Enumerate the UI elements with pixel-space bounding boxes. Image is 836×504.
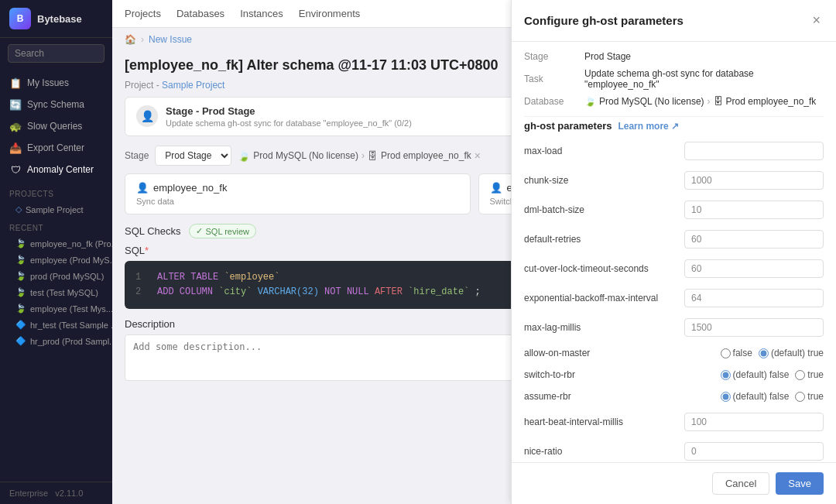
db-label: Prod MySQL (No license) bbox=[253, 150, 358, 161]
task-meta-value: Update schema gh-ost sync for database "… bbox=[584, 68, 824, 90]
param-row-heart-beat-interval-millis: heart-beat-interval-millis bbox=[524, 410, 824, 434]
sidebar-item-label: Export Center bbox=[27, 142, 84, 153]
sidebar-item-my-issues[interactable]: 📋 My Issues bbox=[0, 72, 112, 94]
meta-database-row: Database 🍃 Prod MySQL (No license) › 🗄 P… bbox=[524, 96, 824, 107]
radio-option-switch-to-rbr-1[interactable]: true bbox=[795, 369, 824, 380]
params-container: max-loadchunk-sizedml-batch-sizedefault-… bbox=[524, 139, 824, 462]
param-radios-assume-rbr: (default) false true bbox=[721, 391, 824, 402]
panel-meta: Stage Prod Stage Task Update schema gh-o… bbox=[524, 51, 824, 107]
sidebar-item-anomaly-center[interactable]: 🛡 Anomaly Center bbox=[0, 159, 112, 180]
sidebar-footer: Enterprise v2.11.0 bbox=[0, 482, 112, 504]
db-icon: 🔷 bbox=[15, 320, 26, 330]
db-badge: 🍃 Prod MySQL (No license) › 🗄 Prod emplo… bbox=[238, 149, 481, 162]
nav-databases[interactable]: Databases bbox=[176, 6, 224, 21]
param-name-allow-on-master: allow-on-master bbox=[524, 348, 590, 358]
nav-environments[interactable]: Environments bbox=[299, 6, 360, 21]
task-meta-label: Task bbox=[524, 74, 578, 84]
stage-meta-label: Stage bbox=[524, 51, 578, 62]
radio-option-assume-rbr-0[interactable]: (default) false bbox=[721, 391, 790, 402]
param-row-dml-batch-size: dml-batch-size bbox=[524, 198, 824, 221]
meta-db-name: Prod MySQL (No license) bbox=[599, 96, 704, 107]
sidebar-item-export-center[interactable]: 📥 Export Center bbox=[0, 137, 112, 159]
param-input-nice-ratio[interactable] bbox=[684, 442, 824, 461]
recent-item-0[interactable]: 🍃 employee_no_fk (Pro... bbox=[0, 235, 112, 252]
sql-badge-text: SQL review bbox=[206, 227, 249, 236]
meta-db-icon: 🍃 bbox=[584, 96, 596, 107]
stage-avatar: 👤 bbox=[136, 105, 158, 127]
sidebar-item-slow-queries[interactable]: 🐢 Slow Queries bbox=[0, 115, 112, 137]
recent-item-2[interactable]: 🍃 prod (Prod MySQL) bbox=[0, 268, 112, 284]
project-name-link[interactable]: Sample Project bbox=[162, 80, 224, 91]
param-name-switch-to-rbr: switch-to-rbr bbox=[524, 369, 575, 380]
param-name-exponential-backoff-max-interval: exponential-backoff-max-interval bbox=[524, 293, 658, 303]
sql-review-badge: ✓ SQL review bbox=[189, 224, 256, 238]
learn-more-link[interactable]: Learn more ↗ bbox=[618, 121, 679, 132]
param-input-chunk-size[interactable] bbox=[684, 171, 824, 190]
breadcrumb-current[interactable]: New Issue bbox=[149, 34, 192, 45]
recent-item-label: prod (Prod MySQL) bbox=[30, 272, 104, 281]
app-logo: B bbox=[9, 8, 31, 29]
param-name-assume-rbr: assume-rbr bbox=[524, 391, 571, 402]
db-icon: 🔷 bbox=[15, 336, 26, 346]
recent-item-6[interactable]: 🔷 hr_prod (Prod Sampl... bbox=[0, 333, 112, 349]
stage-select[interactable]: Prod Stage bbox=[155, 146, 231, 166]
panel-close-button[interactable]: × bbox=[809, 11, 824, 30]
db-icon: 🍃 bbox=[15, 255, 26, 265]
panel-header: Configure gh-ost parameters × bbox=[512, 0, 836, 42]
sync-card-1-sub: Sync data bbox=[136, 197, 459, 206]
param-input-exponential-backoff-max-interval[interactable] bbox=[684, 289, 824, 307]
params-title-text: gh-ost parameters bbox=[524, 120, 612, 132]
my-issues-icon: 📋 bbox=[9, 77, 22, 89]
recent-item-3[interactable]: 🍃 test (Test MySQL) bbox=[0, 284, 112, 300]
param-row-cut-over-lock-timeout-seconds: cut-over-lock-timeout-seconds bbox=[524, 257, 824, 280]
sidebar-project-sample[interactable]: ◇ Sample Project bbox=[0, 201, 112, 218]
param-name-max-load: max-load bbox=[524, 146, 562, 156]
radio-option-allow-on-master-0[interactable]: false bbox=[721, 348, 752, 358]
param-row-switch-to-rbr: switch-to-rbr (default) false true bbox=[524, 367, 824, 382]
nav-instances[interactable]: Instances bbox=[240, 6, 283, 21]
meta-task-row: Task Update schema gh-ost sync for datab… bbox=[524, 68, 824, 90]
search-container bbox=[0, 38, 112, 69]
radio-option-allow-on-master-1[interactable]: (default) true bbox=[759, 348, 824, 358]
cancel-button[interactable]: Cancel bbox=[712, 472, 769, 495]
user-icon-1: 👤 bbox=[136, 182, 149, 194]
app-brand: Bytebase bbox=[37, 13, 82, 25]
db-icon: 🍃 bbox=[15, 287, 26, 297]
meta-db-name2: Prod employee_no_fk bbox=[726, 96, 817, 107]
param-input-max-lag-millis[interactable] bbox=[684, 318, 824, 337]
recent-item-label: test (Test MySQL) bbox=[30, 288, 98, 297]
recent-item-label: employee (Test Mys... bbox=[30, 304, 112, 314]
home-icon[interactable]: 🏠 bbox=[125, 34, 136, 45]
param-input-default-retries[interactable] bbox=[684, 230, 824, 249]
radio-option-assume-rbr-1[interactable]: true bbox=[795, 391, 824, 402]
checkmark-icon: ✓ bbox=[196, 226, 203, 236]
recent-item-5[interactable]: 🔷 hr_test (Test Sample ... bbox=[0, 317, 112, 333]
recent-item-4[interactable]: 🍃 employee (Test Mys... bbox=[0, 300, 112, 317]
recent-item-1[interactable]: 🍃 employee (Prod MyS... bbox=[0, 252, 112, 268]
database-meta-label: Database bbox=[524, 96, 578, 107]
db-icon: 🍃 bbox=[15, 303, 26, 314]
stage-meta-value: Prod Stage bbox=[584, 51, 631, 62]
param-row-default-retries: default-retries bbox=[524, 228, 824, 251]
recent-section-label: Recent bbox=[0, 218, 112, 235]
sync-card-1: 👤 employee_no_fk Sync data bbox=[125, 173, 471, 214]
sidebar-item-label: My Issues bbox=[27, 77, 69, 88]
param-input-cut-over-lock-timeout-seconds[interactable] bbox=[684, 259, 824, 278]
param-input-max-load[interactable] bbox=[684, 142, 824, 160]
param-row-chunk-size: chunk-size bbox=[524, 169, 824, 192]
meta-db-arrow: › bbox=[708, 96, 711, 107]
sidebar-item-sync-schema[interactable]: 🔄 Sync Schema bbox=[0, 94, 112, 115]
sql-checks-label: SQL Checks bbox=[125, 225, 181, 237]
param-input-heart-beat-interval-millis[interactable] bbox=[684, 413, 824, 431]
param-input-dml-batch-size[interactable] bbox=[684, 201, 824, 219]
sidebar-header: B Bytebase bbox=[0, 0, 112, 38]
breadcrumb-sep: › bbox=[141, 34, 144, 45]
radio-option-switch-to-rbr-0[interactable]: (default) false bbox=[721, 369, 790, 380]
db-close-icon: × bbox=[475, 149, 481, 162]
nav-projects[interactable]: Projects bbox=[125, 6, 161, 21]
save-button[interactable]: Save bbox=[776, 472, 824, 495]
search-input[interactable] bbox=[8, 44, 104, 63]
db-arrow: › bbox=[361, 150, 365, 161]
param-name-heart-beat-interval-millis: heart-beat-interval-millis bbox=[524, 417, 623, 427]
line-num-1: 1 bbox=[135, 270, 148, 285]
